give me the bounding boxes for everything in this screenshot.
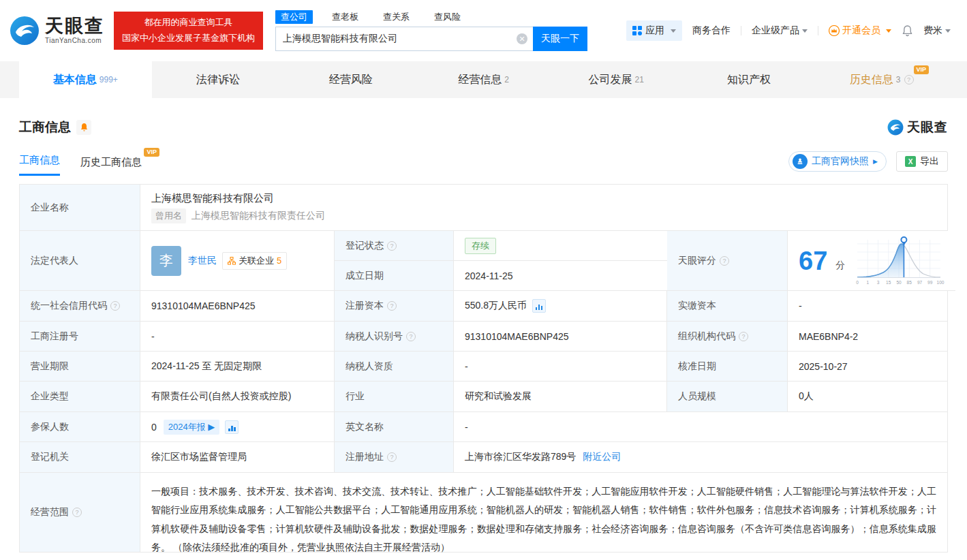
reg-authority-value: 徐汇区市场监督管理局 xyxy=(140,442,335,473)
english-name-value: - xyxy=(454,412,947,442)
apps-label: 应用 xyxy=(645,25,664,37)
user-menu[interactable]: 费米 xyxy=(923,25,951,37)
notification-bell[interactable] xyxy=(902,25,913,37)
export-button[interactable]: X 导出 xyxy=(896,151,948,172)
tab-count: 2 xyxy=(504,75,509,84)
tab-company-development[interactable]: 公司发展 21 xyxy=(550,61,683,98)
tianyancha-logo[interactable]: 天眼查 TianYanCha.com xyxy=(10,16,104,46)
tyc-score-cell: 67 分 xyxy=(788,231,955,291)
svg-text:0: 0 xyxy=(856,280,859,285)
official-snapshot-button[interactable]: 工商官网快照 ▶ xyxy=(788,151,887,172)
tyc-score-label: 天眼评分 xyxy=(678,255,716,267)
credit-code-label: 统一社会信用代码 xyxy=(31,300,107,312)
avatar[interactable]: 李 xyxy=(151,246,181,276)
cooperation-link[interactable]: 商务合作 xyxy=(692,25,731,37)
tab-history-info[interactable]: 历史信息 3 ? VIP xyxy=(815,61,948,98)
question-icon: ? xyxy=(110,301,120,311)
search-tab-boss[interactable]: 查老板 xyxy=(326,10,364,24)
tab-operation-risk[interactable]: 经营风险 xyxy=(284,61,417,98)
svg-text:3: 3 xyxy=(877,280,880,285)
legal-rep-name-link[interactable]: 李世民 xyxy=(188,255,217,267)
membership-menu[interactable]: 开通会员 xyxy=(829,25,891,37)
staff-size-label: 人员规模 xyxy=(667,382,788,412)
former-name-tag: 曾用名 xyxy=(151,208,186,223)
search-input[interactable] xyxy=(283,33,517,44)
reg-no-value: - xyxy=(140,322,335,352)
question-icon: ? xyxy=(72,508,82,517)
approval-date-value: 2025-10-27 xyxy=(788,352,947,382)
credit-code-value: 91310104MAE6BNP425 xyxy=(140,291,335,322)
tab-legal-litigation[interactable]: 法律诉讼 xyxy=(152,61,285,98)
clear-search-icon[interactable]: ✕ xyxy=(517,33,527,44)
svg-text:15: 15 xyxy=(886,280,891,285)
related-label: 关联企业 xyxy=(239,255,274,267)
approval-date-label: 核准日期 xyxy=(667,352,788,382)
search-box: ✕ xyxy=(275,27,533,51)
tab-basic-info[interactable]: 基本信息 999+ xyxy=(19,61,152,98)
insured-num-cell: 0 2024年报 ▶ xyxy=(140,412,335,442)
tab-operation-info[interactable]: 经营信息 2 xyxy=(417,61,550,98)
company-name-value: 上海模思智能科技有限公司 xyxy=(151,192,274,205)
question-icon: ? xyxy=(406,332,416,341)
tab-count: 3 xyxy=(896,75,901,84)
credit-code-label-cell: 统一社会信用代码 ? xyxy=(20,291,140,322)
table-row: 登记状态 ? 存续 xyxy=(335,231,667,261)
legal-rep-cell: 李 李世民 关联企业 5 xyxy=(140,231,335,291)
business-info-table: 企业名称 上海模思智能科技有限公司 曾用名 上海模思智能科技有限责任公司 法定代… xyxy=(19,184,948,553)
promo-line2: 国家中小企业发展子基金旗下机构 xyxy=(122,31,255,46)
chevron-down-icon xyxy=(945,29,951,33)
nearby-companies-link[interactable]: 附近公司 xyxy=(583,451,621,463)
search-tab-relation[interactable]: 查关系 xyxy=(378,10,415,24)
insured-history-chart-icon[interactable] xyxy=(225,420,239,434)
search-tab-risk[interactable]: 查风险 xyxy=(429,10,466,24)
insured-num-value: 0 xyxy=(151,422,157,433)
search-tab-company[interactable]: 查公司 xyxy=(275,10,313,24)
reg-authority-label: 登记机关 xyxy=(20,442,140,473)
question-icon: ? xyxy=(387,301,397,311)
vip-badge: VIP xyxy=(144,148,159,157)
annual-report-label: 2024年报 xyxy=(168,422,206,432)
capital-history-chart-icon[interactable] xyxy=(532,299,546,313)
enterprise-menu[interactable]: 企业级产品 xyxy=(752,25,808,37)
apps-menu[interactable]: 应用 xyxy=(626,20,682,41)
chevron-down-icon xyxy=(802,29,808,33)
nav-divider xyxy=(741,26,741,35)
industry-label: 行业 xyxy=(335,382,454,412)
reg-capital-cell: 550.8万人民币 xyxy=(454,291,667,322)
search-tabs: 查公司 查老板 查关系 查风险 xyxy=(275,10,587,24)
company-name-cell: 上海模思智能科技有限公司 曾用名 上海模思智能科技有限责任公司 xyxy=(140,185,947,231)
search-area: 查公司 查老板 查关系 查风险 ✕ 天眼一下 xyxy=(275,10,587,51)
org-code-value: MAE6BNP4-2 xyxy=(788,322,947,352)
annual-report-badge[interactable]: 2024年报 ▶ xyxy=(164,420,220,435)
tab-intellectual-property[interactable]: 知识产权 xyxy=(683,61,816,98)
related-companies-chip[interactable]: 关联企业 5 xyxy=(222,252,287,270)
stamp-icon xyxy=(793,154,808,169)
paid-capital-value: - xyxy=(788,291,947,322)
crown-icon xyxy=(829,25,840,36)
establish-date-label: 成立日期 xyxy=(335,261,454,291)
subtab-business-info[interactable]: 工商信息 xyxy=(19,154,60,176)
score-distribution-chart: 0 1 3 15 50 85 97 99 100 xyxy=(855,234,945,287)
legal-rep-label: 法定代表人 xyxy=(20,231,140,291)
top-header: 天眼查 TianYanCha.com 都在用的商业查询工具 国家中小企业发展子基… xyxy=(0,0,967,61)
subscribe-bell-icon[interactable] xyxy=(76,120,91,135)
vip-badge: VIP xyxy=(914,65,930,74)
business-info-section: 工商信息 天眼查 工商信息 历史工商信息 VIP xyxy=(0,119,967,553)
table-row: 法定代表人 李 李世民 关联企业 5 xyxy=(20,231,947,291)
question-icon: ? xyxy=(720,256,729,266)
reg-address-label: 注册地址 xyxy=(346,451,384,463)
status-date-subcolumn: 登记状态 ? 存续 成立日期 2024-11-25 xyxy=(335,231,667,291)
reg-no-label: 工商注册号 xyxy=(20,322,140,352)
tianyancha-logo-icon xyxy=(10,16,40,46)
table-row: 参保人数 0 2024年报 ▶ 英文名称 - xyxy=(20,412,947,442)
establish-date-value: 2024-11-25 xyxy=(454,261,667,291)
reg-status-cell: 存续 xyxy=(454,231,667,261)
subtab-history-business-info[interactable]: 历史工商信息 VIP xyxy=(80,156,142,176)
brand-domain: TianYanCha.com xyxy=(45,37,104,44)
score-value: 67 xyxy=(799,248,827,274)
apps-grid-icon xyxy=(632,26,642,35)
search-button[interactable]: 天眼一下 xyxy=(533,27,587,51)
english-name-label: 英文名称 xyxy=(335,412,454,442)
biz-term-value: 2024-11-25 至 无固定期限 xyxy=(140,352,335,382)
arrow-right-icon: ▶ xyxy=(873,158,878,165)
